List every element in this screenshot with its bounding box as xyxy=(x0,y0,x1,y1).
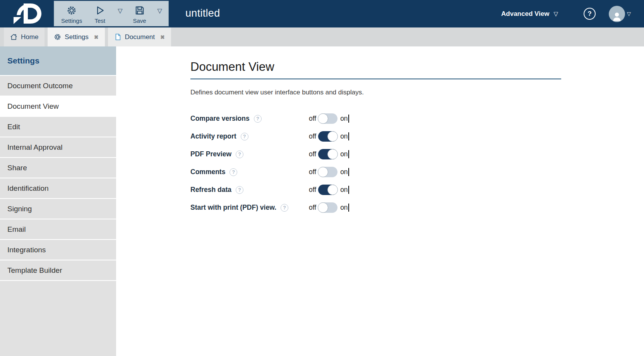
main-content: Document View Defines document view user… xyxy=(116,46,644,356)
setting-label: Compare versions xyxy=(190,115,250,123)
toolbar-button-test[interactable]: Test ▽ xyxy=(86,1,125,26)
toggle-off-label: off xyxy=(309,115,316,123)
sidebar-item-label: Document View xyxy=(7,102,59,111)
help-tooltip-icon[interactable]: ? xyxy=(236,151,243,158)
sidebar-item-edit[interactable]: Edit xyxy=(0,117,116,137)
text-cursor xyxy=(348,115,349,123)
help-tooltip-icon[interactable]: ? xyxy=(236,186,243,194)
sidebar-item-label: Edit xyxy=(7,123,20,131)
toolbar-button-label: Save xyxy=(133,17,146,24)
sidebar-item-signing[interactable]: Signing xyxy=(0,199,116,219)
toggle-switch[interactable] xyxy=(318,185,337,195)
sidebar-item-identification[interactable]: Identification xyxy=(0,178,116,199)
sidebar-item-label: Signing xyxy=(7,205,32,213)
person-icon xyxy=(611,10,623,22)
home-icon xyxy=(10,31,17,43)
toggle-knob xyxy=(327,149,338,159)
gear-icon xyxy=(54,31,61,43)
toggle-switch[interactable] xyxy=(318,149,337,159)
toggle-knob xyxy=(318,202,328,213)
setting-label: Refresh data xyxy=(190,186,231,194)
sidebar-item-label: Document Outcome xyxy=(7,82,73,90)
document-icon xyxy=(114,31,122,43)
toggle-switch[interactable] xyxy=(318,202,337,213)
sidebar-item-document-outcome[interactable]: Document Outcome xyxy=(0,76,116,96)
app-logo-icon xyxy=(11,2,46,26)
help-tooltip-icon[interactable]: ? xyxy=(281,204,288,212)
setting-row: Compare versions ? off on xyxy=(190,110,644,128)
sidebar-item-label: Share xyxy=(7,164,27,172)
setting-row: Activity report ? off on xyxy=(190,128,644,145)
header-right-cluster: Advanced View ▽ ? ▽ xyxy=(501,0,631,27)
setting-row: PDF Preview ? off on xyxy=(190,145,644,163)
text-cursor xyxy=(348,204,349,212)
play-icon xyxy=(95,4,105,17)
tab-label: Home xyxy=(21,33,38,41)
app-header: Settings Test ▽ Save ▽ untitled Advanced… xyxy=(0,0,644,27)
sidebar-item-label: Internal Approval xyxy=(7,143,63,152)
setting-row: Start with print (PDF) view. ? off on xyxy=(190,199,644,217)
toggle-on-label: on xyxy=(340,150,348,158)
toggle-off-label: off xyxy=(309,132,316,140)
sidebar-item-label: Email xyxy=(7,225,26,234)
dropdown-caret-icon[interactable]: ▽ xyxy=(158,7,162,14)
tab-close-icon[interactable]: ✖ xyxy=(160,34,165,40)
tab-home[interactable]: Home xyxy=(4,27,45,46)
sidebar-item-integrations[interactable]: Integrations xyxy=(0,240,116,260)
page-description: Defines document view user interface but… xyxy=(190,89,644,96)
avatar[interactable] xyxy=(609,6,625,22)
avatar-caret-icon[interactable]: ▽ xyxy=(627,11,631,17)
sidebar-item-share[interactable]: Share xyxy=(0,158,116,178)
toggle-knob xyxy=(318,113,328,124)
toolbar-button-label: Settings xyxy=(61,17,82,24)
toggle-switch[interactable] xyxy=(318,131,337,142)
toggle-on-label: on xyxy=(340,115,348,123)
toggle-knob xyxy=(318,167,328,177)
sidebar-item-label: Integrations xyxy=(7,246,46,254)
sidebar-item-template-builder[interactable]: Template Builder xyxy=(0,260,116,281)
setting-label: Activity report xyxy=(190,132,236,140)
toolbar-button-save[interactable]: Save ▽ xyxy=(126,1,165,26)
sidebar-item-internal-approval[interactable]: Internal Approval xyxy=(0,137,116,158)
help-tooltip-icon[interactable]: ? xyxy=(230,168,237,176)
text-cursor xyxy=(348,186,349,194)
tab-settings[interactable]: Settings ✖ xyxy=(48,27,104,46)
dropdown-caret-icon[interactable]: ▽ xyxy=(118,7,122,14)
sidebar-item-label: Template Builder xyxy=(7,266,62,275)
view-mode-caret-icon[interactable]: ▽ xyxy=(553,10,558,17)
toggle-on-label: on xyxy=(340,168,348,176)
help-tooltip-icon[interactable]: ? xyxy=(254,115,262,123)
toggle-off-label: off xyxy=(309,150,316,158)
sidebar-item-email[interactable]: Email xyxy=(0,219,116,240)
toggle-off-label: off xyxy=(309,168,316,176)
tab-document[interactable]: Document ✖ xyxy=(108,27,171,46)
toggle-off-label: off xyxy=(309,204,316,212)
page-title: Document View xyxy=(190,60,561,79)
help-icon[interactable]: ? xyxy=(584,8,596,20)
sidebar-title: Settings xyxy=(0,46,116,76)
setting-row: Refresh data ? off on xyxy=(190,181,644,199)
main-toolbar: Settings Test ▽ Save ▽ xyxy=(54,1,169,26)
sidebar-item-document-view[interactable]: Document View xyxy=(0,96,116,117)
toggle-on-label: on xyxy=(340,204,348,212)
text-cursor xyxy=(348,150,349,158)
toggle-on-label: on xyxy=(340,132,348,140)
settings-sidebar: Settings Document Outcome Document View … xyxy=(0,46,116,356)
setting-label: PDF Preview xyxy=(190,150,231,158)
text-cursor xyxy=(348,132,349,140)
toggle-on-label: on xyxy=(340,186,348,194)
setting-label: Comments xyxy=(190,168,225,176)
setting-row: Comments ? off on xyxy=(190,163,644,181)
tab-close-icon[interactable]: ✖ xyxy=(94,34,99,40)
sidebar-item-label: Identification xyxy=(7,184,49,193)
toggle-knob xyxy=(327,131,338,142)
tab-bar: Home Settings ✖ Document ✖ xyxy=(0,27,644,46)
view-mode-label[interactable]: Advanced View xyxy=(501,10,549,18)
toggle-switch[interactable] xyxy=(318,113,337,124)
toolbar-button-label: Test xyxy=(94,17,105,24)
toggle-knob xyxy=(327,185,338,195)
save-icon xyxy=(135,4,145,17)
toolbar-button-settings[interactable]: Settings xyxy=(57,1,86,26)
help-tooltip-icon[interactable]: ? xyxy=(241,133,248,140)
toggle-switch[interactable] xyxy=(318,167,337,177)
